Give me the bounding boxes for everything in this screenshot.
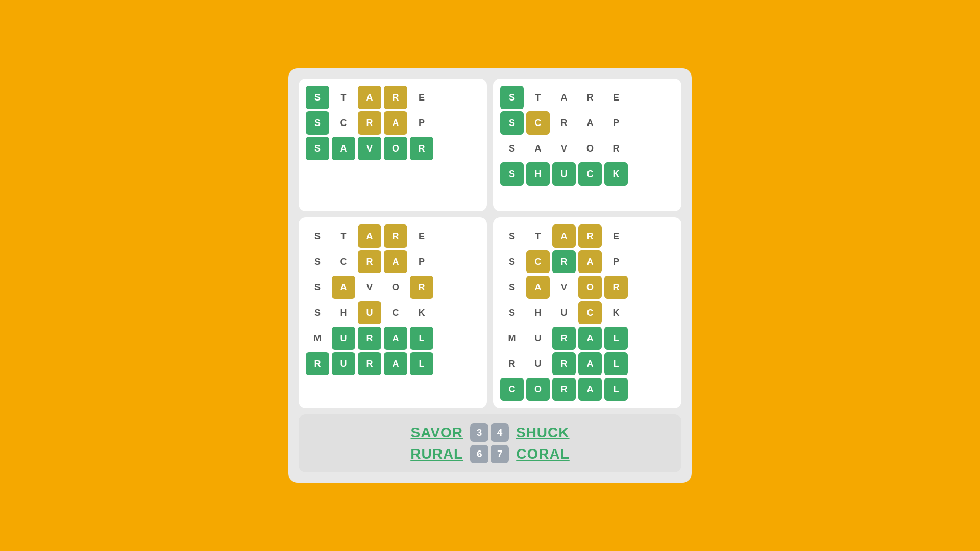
cell: R [578, 86, 602, 109]
cell: R [358, 327, 381, 350]
guess-row: S A V O R [306, 137, 480, 160]
cell: C [578, 301, 602, 324]
cell: R [578, 224, 602, 248]
cell: M [306, 327, 329, 350]
cell: S [500, 162, 524, 186]
cell: S [500, 224, 524, 248]
cell: K [604, 301, 628, 324]
score-badge-6: 6 [470, 445, 488, 463]
guess-row: S T A R E [306, 224, 480, 248]
score-badge-7: 7 [491, 445, 509, 463]
cell: V [358, 276, 381, 299]
cell: A [332, 276, 355, 299]
cell: R [552, 327, 576, 350]
cell: S [500, 301, 524, 324]
score-badges-row1: 3 4 [470, 423, 509, 442]
cell: O [578, 276, 602, 299]
score-badge-4: 4 [491, 423, 509, 442]
cell: O [526, 378, 550, 401]
cell: M [500, 327, 524, 350]
cell: R [552, 111, 576, 135]
guess-row: M U R A L [306, 327, 480, 350]
cell: U [332, 352, 355, 375]
guess-row: S C R A P [306, 111, 480, 135]
cell: L [410, 327, 433, 350]
cell: R [358, 111, 381, 135]
cell: A [384, 352, 407, 375]
guess-row: S H U C K [306, 301, 480, 324]
cell: R [552, 352, 576, 375]
cell: V [358, 137, 381, 160]
word-savor[interactable]: SAVOR [410, 424, 463, 441]
cell: E [410, 86, 433, 109]
word-shuck[interactable]: SHUCK [516, 424, 570, 441]
cell: S [500, 111, 524, 135]
cell: A [578, 111, 602, 135]
cell: R [604, 276, 628, 299]
bottom-grids-row: S T A R E S C R A P S A V O R S [299, 217, 681, 408]
cell: C [578, 162, 602, 186]
result-row-2: RURAL 6 7 CORAL [410, 445, 570, 463]
cell: C [332, 111, 355, 135]
cell: S [306, 137, 329, 160]
guess-row: S A V O R [500, 276, 674, 299]
cell: A [384, 111, 407, 135]
cell: S [306, 86, 329, 109]
cell: R [552, 250, 576, 273]
guess-row: S A V O R [500, 137, 674, 160]
guess-row: C O R A L [500, 378, 674, 401]
word-rural[interactable]: RURAL [410, 446, 463, 462]
cell: A [578, 327, 602, 350]
cell: L [410, 352, 433, 375]
cell: A [526, 137, 550, 160]
cell: R [410, 137, 433, 160]
cell: R [410, 276, 433, 299]
cell: H [526, 162, 550, 186]
cell: V [552, 137, 576, 160]
cell: A [552, 224, 576, 248]
score-badge-3: 3 [470, 423, 488, 442]
main-container: S T A R E S C R A P S A V O R [288, 68, 692, 483]
cell: A [384, 250, 407, 273]
top-grids-row: S T A R E S C R A P S A V O R [299, 79, 681, 211]
cell: O [578, 137, 602, 160]
cell: L [604, 352, 628, 375]
cell: T [526, 86, 550, 109]
cell: E [604, 86, 628, 109]
cell: U [552, 301, 576, 324]
cell: A [552, 86, 576, 109]
cell: R [500, 352, 524, 375]
cell: U [358, 301, 381, 324]
guess-row: M U R A L [500, 327, 674, 350]
score-badges-row2: 6 7 [470, 445, 509, 463]
cell: U [526, 352, 550, 375]
cell: A [578, 378, 602, 401]
word-coral[interactable]: CORAL [516, 446, 570, 462]
panel-bottom-right: S T A R E S C R A P S A V O R S [493, 217, 681, 408]
guess-row: S T A R E [500, 86, 674, 109]
guess-row: S C R A P [500, 111, 674, 135]
cell: H [332, 301, 355, 324]
guess-row: S T A R E [500, 224, 674, 248]
cell: A [358, 224, 381, 248]
cell: A [384, 327, 407, 350]
cell: H [526, 301, 550, 324]
cell: P [604, 250, 628, 273]
cell: S [306, 250, 329, 273]
cell: T [332, 224, 355, 248]
cell: T [332, 86, 355, 109]
cell: U [526, 327, 550, 350]
results-section: SAVOR 3 4 SHUCK RURAL 6 7 CORAL [299, 414, 681, 472]
cell: K [604, 162, 628, 186]
cell: A [332, 137, 355, 160]
guess-row: R U R A L [306, 352, 480, 375]
cell: P [604, 111, 628, 135]
panel-bottom-left: S T A R E S C R A P S A V O R S [299, 217, 487, 408]
cell: L [604, 327, 628, 350]
panel-top-left: S T A R E S C R A P S A V O R [299, 79, 487, 211]
cell: P [410, 111, 433, 135]
guess-row: S C R A P [306, 250, 480, 273]
cell: A [578, 250, 602, 273]
cell: O [384, 276, 407, 299]
cell: S [500, 137, 524, 160]
